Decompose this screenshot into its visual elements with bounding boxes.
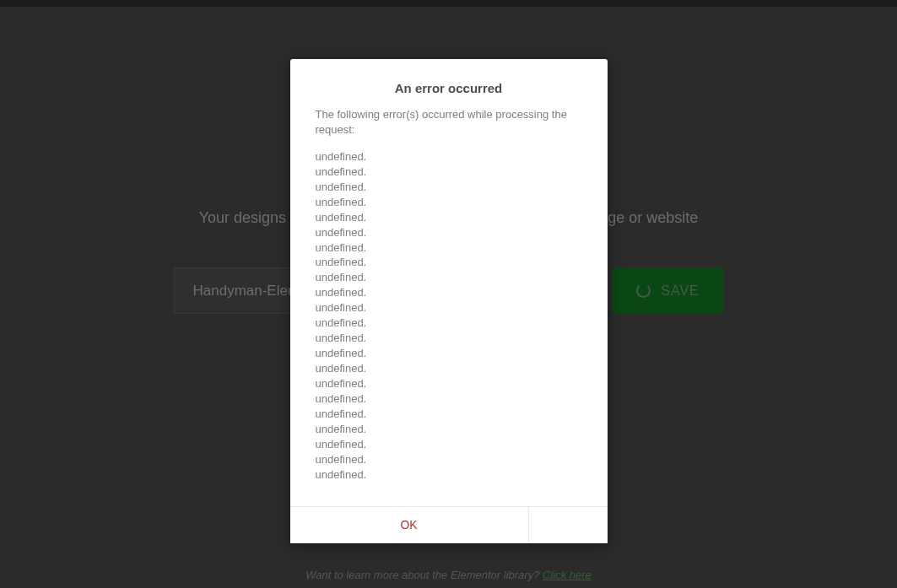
error-item: undefined. [316, 361, 582, 376]
error-item: undefined. [316, 195, 582, 210]
error-item: undefined. [316, 376, 582, 391]
error-item: undefined. [316, 285, 582, 300]
error-item: undefined. [316, 452, 582, 467]
dialog-intro: The following error(s) occurred while pr… [316, 107, 582, 138]
error-item: undefined. [316, 240, 582, 256]
error-item: undefined. [316, 300, 582, 316]
dialog-footer: OK [290, 506, 608, 543]
error-item: undefined. [316, 149, 582, 165]
dialog-footer-spacer [528, 507, 608, 543]
error-item: undefined. [316, 346, 582, 361]
error-item: undefined. [316, 422, 582, 437]
error-item: undefined. [316, 225, 582, 240]
dialog-header: An error occurred [290, 59, 608, 95]
error-item: undefined. [316, 270, 582, 285]
error-item: undefined. [316, 255, 582, 270]
dialog-title: An error occurred [316, 81, 582, 95]
error-list: undefined.undefined.undefined.undefined.… [316, 149, 582, 483]
modal-overlay: An error occurred The following error(s)… [0, 0, 897, 588]
dialog-body: The following error(s) occurred while pr… [290, 95, 608, 506]
error-item: undefined. [316, 437, 582, 452]
error-item: undefined. [316, 331, 582, 346]
error-dialog: An error occurred The following error(s)… [290, 59, 608, 543]
error-item: undefined. [316, 180, 582, 195]
error-item: undefined. [316, 165, 582, 180]
error-item: undefined. [316, 407, 582, 422]
error-item: undefined. [316, 467, 582, 483]
error-item: undefined. [316, 391, 582, 407]
error-item: undefined. [316, 316, 582, 331]
ok-button[interactable]: OK [290, 507, 528, 543]
error-item: undefined. [316, 210, 582, 225]
